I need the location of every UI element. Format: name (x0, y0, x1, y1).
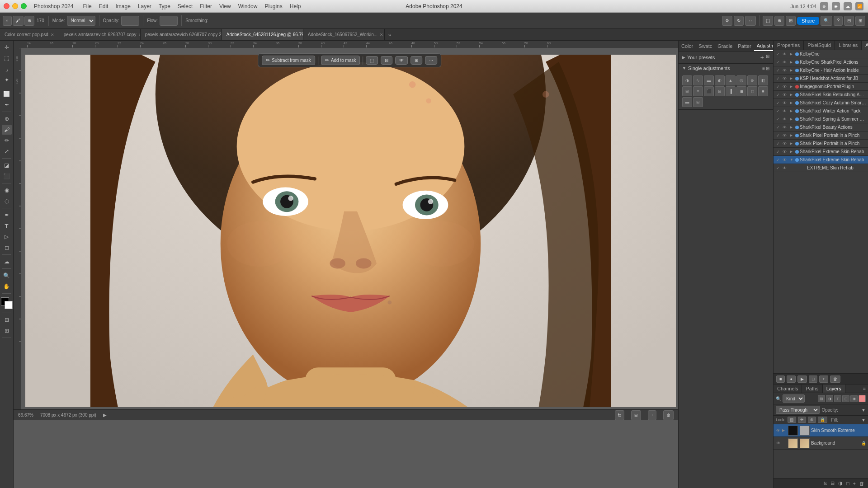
actions-stop-btn[interactable]: ■ (776, 375, 785, 383)
layers-delete-btn[interactable]: 🗑 (859, 481, 865, 486)
adj-channelmix-icon[interactable]: ≡ (693, 86, 703, 96)
layers-filter-shape[interactable]: ◻ (842, 395, 849, 402)
tab-close-4[interactable]: ✕ (380, 33, 383, 37)
action-item-3[interactable]: ✓ 👁 ▶ KSP Headshot Actions for JB (774, 75, 868, 83)
menu-window[interactable]: Window (234, 3, 258, 9)
subtract-from-mask-btn[interactable]: ✏ Subtract from mask (262, 56, 315, 65)
layers-fx-btn[interactable]: fx (823, 481, 828, 486)
help-btn[interactable]: ? (834, 16, 843, 26)
lock-pixels-btn[interactable]: ▧ (788, 417, 796, 423)
layers-filter-pixel[interactable]: ▧ (818, 395, 825, 402)
adj-selective-icon[interactable]: ⊟ (715, 86, 725, 96)
brush-size-btn[interactable]: ⊕ (24, 16, 34, 26)
clone-stamp-btn[interactable]: ⤢ (2, 146, 12, 156)
brush-tool-btn[interactable]: 🖌 (2, 125, 12, 135)
tab-close-0[interactable]: ✕ (51, 33, 54, 37)
action-item-13[interactable]: ✓ 👁 ▼ SharkPixel Extreme Skin Rehab (774, 156, 868, 164)
action-item-6[interactable]: ✓ 👁 ▶ SharkPixel Cozy Autumn Smart Ac... (774, 99, 868, 107)
adj-invert-icon[interactable]: ◻ (747, 86, 757, 96)
layers-filter-toggle[interactable]: ○ (859, 395, 866, 402)
action-arrow-10[interactable]: ▶ (790, 133, 794, 137)
layout-btn[interactable]: ⊟ (844, 16, 854, 26)
magic-wand-btn[interactable]: ✦ (2, 75, 12, 85)
share-button[interactable]: Share (797, 17, 819, 25)
eyedropper-btn[interactable]: ✒ (2, 100, 12, 110)
move-tool-btn[interactable]: ✛ (2, 42, 12, 52)
presets-grid-toggle[interactable]: ⊞ (766, 54, 769, 61)
fill-chevron[interactable]: ▼ (861, 418, 866, 422)
marquee-tool-btn[interactable]: ⬚ (2, 53, 12, 63)
adj-solidcolor-icon[interactable]: ■ (758, 86, 768, 96)
tab-paths[interactable]: Paths (802, 385, 822, 393)
settings-btn[interactable]: ⚙ (722, 16, 732, 26)
status-mask-btn[interactable]: ⊟ (631, 410, 641, 420)
brush-preset-btn[interactable]: 🖌 (13, 16, 24, 26)
adj-hue-icon[interactable]: ◎ (736, 75, 746, 85)
healing-btn[interactable]: ⊕ (2, 114, 12, 124)
layer-vis-2[interactable]: 👁 (775, 441, 781, 446)
arrange-btn[interactable]: ⊕ (774, 16, 784, 26)
action-item-7[interactable]: ✓ 👁 ▶ SharkPixel Winter Action Pack (774, 107, 868, 115)
layers-adjustment-btn[interactable]: ◑ (837, 480, 844, 486)
adj-threshold-icon[interactable]: ▐ (726, 86, 736, 96)
adj-photofilter-icon[interactable]: ⊞ (682, 86, 692, 96)
presets-header[interactable]: ▶ Your presets + ⊞ (679, 52, 773, 63)
tab-0[interactable]: Color-correct-pop.psd ✕ (0, 29, 59, 41)
tab-channels[interactable]: Channels (774, 385, 802, 393)
status-delete-btn[interactable]: 🗑 (663, 410, 674, 420)
gradient-btn[interactable]: ⬛ (2, 171, 12, 181)
action-arrow-6[interactable]: ▶ (790, 101, 794, 105)
action-arrow-9[interactable]: ▶ (790, 125, 794, 129)
actions-delete-btn[interactable]: 🗑 (830, 375, 840, 383)
action-arrow-11[interactable]: ▶ (790, 141, 794, 145)
tabs-overflow[interactable]: » (385, 32, 395, 38)
tab-2[interactable]: pexels-anntarazevich-6268707 copy 2 ✕ (141, 29, 222, 41)
actions-play-btn[interactable]: ▶ (797, 375, 807, 383)
opacity-input[interactable]: 70% (121, 16, 139, 26)
layers-opacity-chevron[interactable]: ▼ (861, 408, 866, 413)
action-item-0[interactable]: ✓ 👁 ▶ KelbyOne (774, 50, 868, 58)
action-arrow-8[interactable]: ▶ (790, 117, 794, 121)
shape-tool-btn[interactable]: ◻ (2, 243, 12, 253)
background-color[interactable] (5, 301, 13, 309)
adj-exposure-icon[interactable]: ◐ (715, 75, 725, 85)
action-arrow-0[interactable]: ▶ (790, 52, 794, 56)
menu-view[interactable]: View (215, 3, 231, 9)
flow-input[interactable]: 1% (160, 16, 178, 26)
adj-colorbal-icon[interactable]: ⊕ (747, 75, 757, 85)
adj-gradient2-icon[interactable]: ▬ (682, 97, 692, 107)
layer-arrow-1[interactable]: ▶ (782, 428, 787, 432)
menu-filter[interactable]: Filter (195, 3, 212, 9)
eraser-btn[interactable]: ◪ (2, 160, 12, 170)
invert-btn[interactable]: ⬚ (366, 56, 378, 65)
quick-mask-btn[interactable]: ⊟ (2, 315, 12, 325)
tab-4[interactable]: AdobeStock_165067652_Workin... ✕ (303, 29, 385, 41)
home-btn[interactable]: ⌂ (3, 16, 12, 26)
layer-vis-1[interactable]: 👁 (775, 428, 781, 433)
layers-blend-mode[interactable]: Pass Through (776, 406, 820, 414)
mask-btn[interactable]: ⬚ (763, 16, 773, 26)
action-arrow-7[interactable]: ▶ (790, 109, 794, 113)
status-new-btn[interactable]: + (648, 410, 656, 420)
menu-image[interactable]: Image (111, 3, 130, 9)
layers-filter-type[interactable]: T (834, 395, 841, 402)
adj-posterize-icon[interactable]: ◼ (736, 86, 746, 96)
action-item-1[interactable]: ✓ 👁 ▶ KelbyOne SharkPixel Actions (774, 58, 868, 66)
adj-brightness-icon[interactable]: ◑ (682, 75, 692, 85)
blur-btn[interactable]: ◉ (2, 185, 12, 195)
adj-bw-icon[interactable]: ◧ (758, 75, 768, 85)
adj-vibrance-icon[interactable]: ▲ (726, 75, 736, 85)
tab-libraries[interactable]: Libraries (835, 41, 862, 50)
action-arrow-2[interactable]: ▶ (790, 68, 794, 72)
tab-actions[interactable]: Actions (862, 41, 868, 50)
adj-pattern-icon[interactable]: ⊞ (693, 97, 703, 107)
actions-new-set-btn[interactable]: □ (809, 375, 817, 383)
action-arrow-5[interactable]: ▶ (790, 93, 794, 97)
layers-group-btn[interactable]: □ (845, 481, 850, 486)
action-arrow-3[interactable]: ▶ (790, 76, 794, 80)
minimize-button[interactable] (12, 3, 18, 9)
action-item-9[interactable]: ✓ 👁 ▶ SharkPixel Beauty Actions (774, 123, 868, 131)
layers-filter-select[interactable]: Kind (783, 394, 805, 403)
tab-properties[interactable]: Properties (774, 41, 804, 50)
type-tool-btn[interactable]: T (2, 221, 12, 231)
